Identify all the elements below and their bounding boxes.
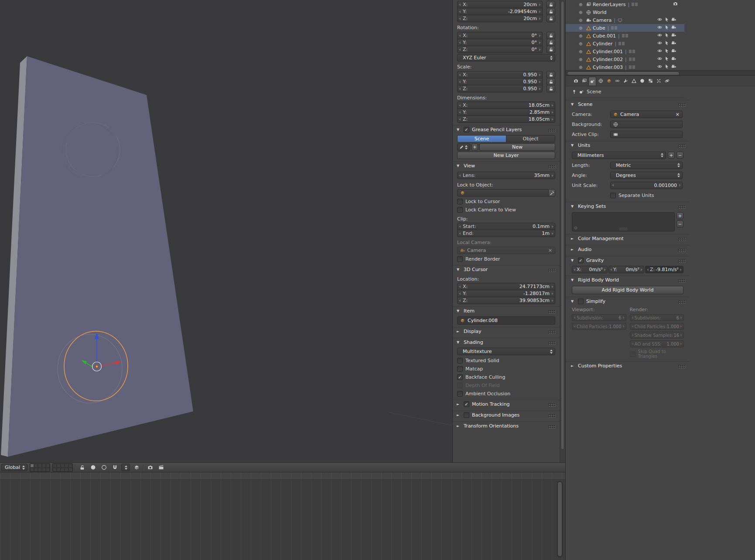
ao-sss-field[interactable]: AO and SSS:1.000 (630, 340, 684, 347)
cursor-z-field[interactable]: Z:39.90853cm (457, 297, 555, 304)
tab-particles[interactable] (655, 77, 663, 85)
selectable-cursor-icon[interactable] (664, 33, 669, 37)
scrollbar-thumb[interactable] (561, 1, 564, 450)
layer-toggle[interactable] (34, 464, 38, 468)
lock-camera-checkbox[interactable] (457, 207, 463, 213)
opengl-render-button[interactable] (146, 463, 154, 472)
tab-object-data[interactable] (630, 77, 638, 85)
clear-camera-button[interactable]: × (548, 248, 552, 253)
panel-drag-grip[interactable] (678, 238, 686, 241)
tab-world[interactable] (597, 77, 605, 85)
scene-camera-field[interactable]: Camera × (610, 111, 683, 118)
layer-toggle[interactable] (46, 464, 50, 468)
tab-material[interactable] (638, 77, 646, 85)
tab-object[interactable] (605, 77, 613, 85)
panel-drag-grip[interactable] (548, 330, 556, 334)
shadow-samples-field[interactable]: Shadow Samples:16 (630, 332, 684, 339)
ambient-occlusion-checkbox[interactable] (457, 391, 463, 397)
lock-location-y-button[interactable] (547, 8, 555, 15)
layer-toggle[interactable] (38, 464, 42, 468)
depth-of-field-checkbox[interactable] (457, 383, 463, 388)
expand-icon[interactable]: ⊕ (579, 10, 584, 15)
lock-to-cursor-checkbox[interactable] (457, 199, 463, 204)
scale-z-field[interactable]: Z:0.950 (457, 85, 543, 92)
visibility-eye-icon[interactable] (657, 33, 662, 37)
render-border-row[interactable]: Render Border (457, 255, 555, 263)
dimensions-z-field[interactable]: Z:18.05cm (457, 115, 555, 123)
visibility-eye-icon[interactable] (657, 56, 662, 61)
rotation-x-field[interactable]: X:0° (457, 32, 543, 39)
panel-drag-grip[interactable] (678, 205, 686, 209)
expand-icon[interactable]: ⊕ (579, 41, 584, 46)
panel-drag-grip[interactable] (548, 268, 556, 272)
viewport-child-particles-field[interactable]: Child Particles:1.000 (572, 323, 626, 330)
tab-modifiers[interactable] (622, 77, 629, 85)
panel-drag-grip[interactable] (548, 414, 556, 417)
background-set-field[interactable] (610, 121, 683, 128)
layer-toggle[interactable] (38, 468, 42, 472)
pin-icon[interactable] (572, 89, 577, 94)
matcap-checkbox[interactable] (457, 366, 463, 372)
render-icon[interactable] (673, 1, 678, 6)
tab-render-layers[interactable] (580, 77, 588, 85)
layer-toggle[interactable] (61, 468, 65, 472)
unit-scale-field[interactable]: 0.001000 (610, 182, 683, 189)
lock-location-z-button[interactable] (547, 15, 555, 22)
clip-start-field[interactable]: Start:0.1mm (457, 223, 555, 230)
dimensions-y-field[interactable]: Y:2.85mm (457, 109, 555, 116)
visibility-eye-icon[interactable] (657, 64, 662, 69)
panel-header-grease-pencil[interactable]: ▼ Grease Pencil Layers (453, 125, 560, 134)
location-y-field[interactable]: Y:-2.09454cm (457, 8, 543, 15)
outliner-row-camera[interactable]: ⊕ Camera | (566, 16, 684, 24)
viewport-subdivision-field[interactable]: Subdivision:6 (572, 314, 626, 321)
gravity-y-field[interactable]: Y:0m/s² (608, 266, 644, 273)
add-palette-button[interactable]: + (471, 143, 478, 151)
tab-object[interactable]: Object (506, 135, 555, 143)
dimensions-x-field[interactable]: X:18.05cm (457, 102, 555, 109)
clip-end-field[interactable]: End:1m (457, 230, 555, 237)
rotation-y-field[interactable]: Y:0° (457, 39, 543, 46)
layers-widget-1[interactable] (30, 463, 50, 472)
gravity-x-field[interactable]: X:0m/s² (572, 266, 608, 273)
panel-drag-grip[interactable] (678, 103, 686, 107)
clear-scene-camera-button[interactable]: × (676, 112, 680, 117)
unit-presets-dropdown[interactable]: Millimeters (572, 152, 666, 159)
textured-solid-checkbox[interactable] (457, 358, 463, 363)
renderable-camera-icon[interactable] (671, 25, 676, 30)
panel-drag-grip[interactable] (678, 248, 686, 252)
renderable-camera-icon[interactable] (671, 48, 676, 53)
panel-drag-grip[interactable] (548, 403, 556, 407)
render-child-particles-field[interactable]: Child Particles:1.000 (630, 323, 684, 330)
grease-pencil-checkbox[interactable] (464, 127, 469, 132)
angle-dropdown[interactable]: Degrees (610, 172, 683, 179)
tab-constraints[interactable] (613, 77, 621, 85)
outliner-row-renderlayers[interactable]: ⊕ RenderLayers | (566, 0, 684, 8)
viewport-canvas[interactable] (0, 0, 452, 462)
panel-header-audio[interactable]: ► Audio (566, 245, 690, 254)
panel-header-item[interactable]: ▼ Item (453, 306, 560, 315)
selectable-cursor-icon[interactable] (664, 41, 669, 45)
panel-header-shading[interactable]: ▼ Shading (453, 338, 560, 346)
scale-x-field[interactable]: X:0.950 (457, 71, 543, 78)
lock-rotation-z-button[interactable] (547, 46, 555, 53)
timeline-ruler[interactable] (0, 472, 565, 480)
visibility-eye-icon[interactable] (657, 41, 662, 45)
background-images-checkbox[interactable] (464, 412, 469, 418)
scene-lock-button[interactable] (78, 463, 86, 472)
timeline-scrollbar[interactable] (557, 481, 563, 557)
renderable-camera-icon[interactable] (671, 17, 676, 22)
lock-location-x-button[interactable] (547, 1, 555, 8)
simplify-checkbox[interactable] (578, 299, 584, 304)
renderable-camera-icon[interactable] (671, 41, 676, 45)
lock-scale-y-button[interactable] (547, 78, 555, 85)
add-keying-set-button[interactable]: + (676, 212, 683, 219)
layer-toggle[interactable] (61, 464, 65, 468)
gravity-z-field[interactable]: Z:-9.81m/s² (645, 266, 683, 273)
scrollbar-thumb[interactable] (558, 482, 562, 556)
panel-header-motion-tracking[interactable]: ► Motion Tracking (453, 400, 560, 408)
depth-of-field-row[interactable]: Depth Of Field (457, 382, 555, 389)
lock-rotation-x-button[interactable] (547, 32, 555, 39)
render-subdivision-field[interactable]: Subdivision:6 (630, 314, 684, 321)
separate-units-row[interactable]: Separate Units (610, 192, 654, 199)
selectable-cursor-icon[interactable] (664, 25, 669, 30)
